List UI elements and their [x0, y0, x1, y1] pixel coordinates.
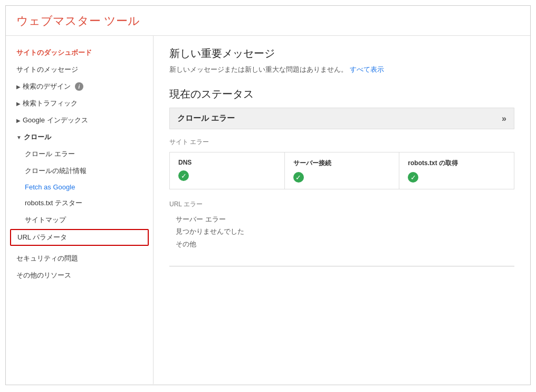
sidebar-item-crawl-error[interactable]: クロール エラー	[6, 146, 153, 162]
sidebar-item-url-params[interactable]: URL パラメータ	[10, 229, 149, 246]
header: ウェブマスター ツール	[6, 6, 530, 36]
sidebar-item-other-resources[interactable]: その他のリソース	[6, 267, 153, 284]
arrow-right-icon: ▶	[16, 101, 21, 107]
chevron-right-double-icon: »	[502, 114, 506, 123]
sidebar-item-label: セキュリティの問題	[16, 254, 78, 263]
info-icon: i	[75, 82, 83, 91]
dns-label: DNS	[178, 159, 276, 166]
sidebar: サイトのダッシュボード サイトのメッセージ ▶ 検索のデザイン i ▶ 検索トラ…	[6, 36, 154, 384]
sidebar-item-security[interactable]: セキュリティの問題	[6, 250, 153, 267]
url-error-item-other: その他	[176, 238, 514, 250]
sidebar-item-label: クロールの統計情報	[25, 166, 87, 176]
current-status-title: 現在のステータス	[169, 87, 514, 101]
error-table: DNS ✓ サーバー接続 ✓ robots.txt の取得 ✓	[169, 152, 514, 189]
dns-check-icon: ✓	[178, 170, 189, 181]
sidebar-item-sitemap[interactable]: サイトマップ	[6, 212, 153, 228]
url-error-item-notfound: 見つかりませんでした	[176, 225, 514, 237]
sidebar-item-label: サイトのダッシュボード	[16, 48, 92, 58]
sidebar-item-label: 検索のデザイン	[23, 82, 71, 91]
main-layout: サイトのダッシュボード サイトのメッセージ ▶ 検索のデザイン i ▶ 検索トラ…	[6, 36, 530, 384]
sidebar-item-label: 検索トラフィック	[23, 99, 78, 108]
sidebar-item-label: クロール エラー	[25, 149, 75, 159]
sidebar-item-google-index[interactable]: ▶ Google インデックス	[6, 112, 153, 129]
new-messages-desc: 新しいメッセージまたは新しい重大な問題はありません。 すべて表示	[169, 65, 514, 74]
sidebar-item-dashboard[interactable]: サイトのダッシュボード	[6, 44, 153, 61]
sidebar-item-label: URL パラメータ	[17, 233, 67, 242]
new-messages-title: 新しい重要メッセージ	[169, 46, 514, 61]
url-error-item-server: サーバー エラー	[176, 213, 514, 225]
error-cell-robots: robots.txt の取得 ✓	[399, 152, 514, 189]
crawl-error-label: クロール エラー	[177, 113, 235, 123]
arrow-right-icon: ▶	[16, 118, 21, 123]
sidebar-item-search-traffic[interactable]: ▶ 検索トラフィック	[6, 95, 153, 112]
arrow-right-icon: ▶	[16, 84, 21, 90]
server-label: サーバー接続	[293, 159, 391, 168]
sidebar-item-crawl[interactable]: ▼ クロール	[6, 129, 153, 146]
url-errors-label: URL エラー	[169, 200, 514, 209]
main-content: 新しい重要メッセージ 新しいメッセージまたは新しい重大な問題はありません。 すべ…	[154, 36, 530, 384]
app-title: ウェブマスター ツール	[16, 14, 140, 27]
crawl-error-bar[interactable]: クロール エラー »	[169, 108, 514, 129]
sidebar-item-label: Fetch as Google	[25, 183, 75, 191]
robots-label: robots.txt の取得	[408, 159, 505, 168]
sidebar-item-label: サイトのメッセージ	[16, 65, 78, 74]
sidebar-item-search-design[interactable]: ▶ 検索のデザイン i	[6, 78, 153, 95]
url-errors-list: サーバー エラー 見つかりませんでした その他	[169, 213, 514, 250]
robots-check-icon: ✓	[408, 172, 418, 183]
sidebar-item-crawl-stats[interactable]: クロールの統計情報	[6, 162, 153, 179]
arrow-down-icon: ▼	[16, 135, 22, 140]
sidebar-item-label: クロール	[24, 132, 51, 142]
sidebar-item-label: その他のリソース	[16, 271, 71, 280]
app-container: ウェブマスター ツール サイトのダッシュボード サイトのメッセージ ▶ 検索のデ…	[5, 5, 531, 385]
view-all-link[interactable]: すべて表示	[350, 65, 384, 73]
server-check-icon: ✓	[293, 172, 304, 183]
sidebar-item-label: robots.txt テスター	[25, 198, 82, 208]
error-cell-server: サーバー接続 ✓	[285, 152, 400, 189]
sidebar-item-fetch-as-google[interactable]: Fetch as Google	[6, 179, 153, 195]
divider	[169, 266, 514, 266]
sidebar-item-messages[interactable]: サイトのメッセージ	[6, 61, 153, 78]
site-errors-label: サイト エラー	[169, 138, 514, 147]
error-cell-dns: DNS ✓	[170, 152, 285, 189]
sidebar-item-robots-tester[interactable]: robots.txt テスター	[6, 195, 153, 212]
sidebar-item-label: サイトマップ	[25, 215, 66, 225]
sidebar-item-label: Google インデックス	[23, 116, 88, 125]
